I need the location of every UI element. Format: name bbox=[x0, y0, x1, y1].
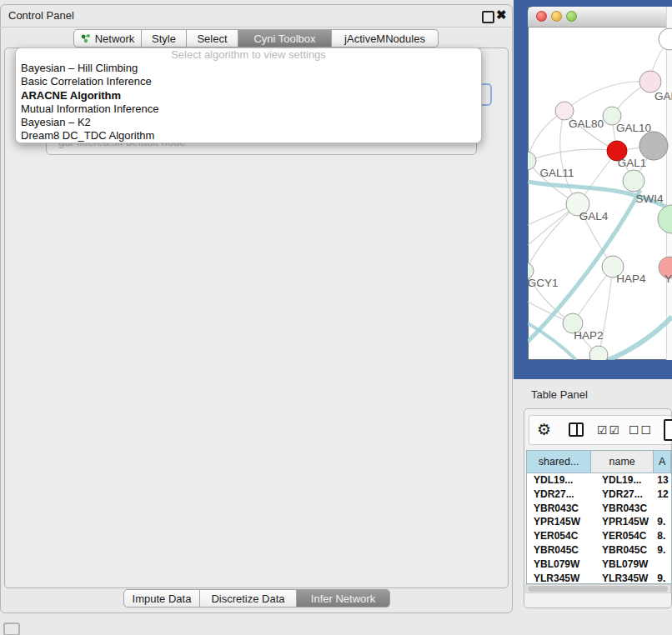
network-node-gal11[interactable] bbox=[528, 152, 536, 170]
table-cell: 9. bbox=[654, 515, 671, 529]
table-row[interactable]: YDL19...YDL19...13 bbox=[527, 473, 671, 488]
table-cell: YER054C bbox=[527, 529, 591, 543]
network-node[interactable] bbox=[639, 132, 668, 160]
table-cell: 9. bbox=[654, 543, 671, 558]
tab-discretize-data[interactable]: Discretize Data bbox=[200, 589, 297, 608]
tab-jactivemnodules[interactable]: jActiveMNodules bbox=[332, 29, 439, 48]
network-node[interactable] bbox=[589, 346, 608, 360]
table-cell: 9. bbox=[654, 572, 671, 584]
collapsed-panel-icon[interactable] bbox=[3, 622, 20, 635]
table-cell: YDL19... bbox=[591, 473, 654, 488]
algorithm-dropdown-list: Select algorithm to view settings Bayesi… bbox=[15, 48, 482, 143]
table-panel-title: Table Panel bbox=[531, 388, 588, 401]
scrollbar-thumb[interactable] bbox=[528, 586, 668, 592]
algorithm-dropdown-prompt: Select algorithm to view settings bbox=[16, 48, 481, 62]
tab-label: Style bbox=[152, 32, 176, 45]
network-node-label: HAP4 bbox=[616, 272, 646, 285]
tab-label: jActiveMNodules bbox=[344, 32, 425, 45]
table-cell: 8. bbox=[654, 529, 671, 543]
algorithm-option[interactable]: Mutual Information Inference bbox=[16, 102, 481, 116]
tab-label: Discretize Data bbox=[211, 592, 284, 605]
column-header[interactable]: A bbox=[654, 451, 671, 472]
tab-style[interactable]: Style bbox=[142, 29, 187, 48]
network-window-titlebar[interactable] bbox=[528, 7, 666, 28]
table-cell: YBR045C bbox=[591, 543, 654, 558]
network-edge bbox=[564, 82, 650, 111]
tab-impute-data[interactable]: Impute Data bbox=[123, 589, 200, 608]
table-row[interactable]: YBL079WYBL079W bbox=[527, 558, 671, 572]
close-icon[interactable]: ✖ bbox=[496, 8, 507, 22]
network-edge bbox=[599, 267, 613, 355]
network-node-label: SWI4 bbox=[635, 192, 663, 205]
deselect-all-checkboxes-icon[interactable]: ☐☐ bbox=[629, 423, 653, 437]
network-node-label: GAL10 bbox=[616, 122, 651, 134]
table-horizontal-scrollbar[interactable] bbox=[525, 584, 671, 593]
algorithm-option[interactable]: Bayesian – Hill Climbing bbox=[16, 62, 481, 75]
network-node-label: GAL bbox=[654, 90, 672, 102]
table-cell: YBR045C bbox=[527, 543, 591, 558]
minimize-traffic-light-icon[interactable] bbox=[551, 11, 562, 22]
float-window-icon[interactable] bbox=[482, 11, 494, 23]
network-node-label: GAL11 bbox=[539, 167, 574, 179]
tab-cyni-toolbox[interactable]: Cyni Toolbox bbox=[238, 29, 332, 48]
gear-icon[interactable]: ⚙ bbox=[537, 420, 551, 438]
network-node-label: GAL4 bbox=[579, 210, 609, 222]
document-icon[interactable] bbox=[664, 419, 672, 441]
table-cell: YPR145W bbox=[527, 515, 591, 529]
screen: Control Panel ✖ NetworkStyleSelectCyni T… bbox=[0, 0, 672, 635]
table-cell: YDR27... bbox=[527, 488, 591, 502]
network-node-label: HAP2 bbox=[574, 329, 603, 342]
algorithm-option[interactable]: Dream8 DC_TDC Algorithm bbox=[16, 129, 481, 142]
network-edge bbox=[528, 149, 617, 161]
zoom-traffic-light-icon[interactable] bbox=[566, 11, 577, 22]
tab-label: Infer Network bbox=[311, 592, 375, 605]
select-all-checkboxes-icon[interactable]: ☑☑ bbox=[597, 423, 621, 437]
tab-network[interactable]: Network bbox=[73, 29, 142, 48]
table-cell: YBR043C bbox=[591, 502, 654, 516]
table-row[interactable]: YER054CYER054C8. bbox=[527, 529, 671, 543]
network-node-label: GAL80 bbox=[569, 118, 604, 130]
table-cell: YLR345W bbox=[527, 572, 591, 584]
column-header[interactable]: shared... bbox=[527, 451, 591, 472]
table-cell bbox=[654, 502, 671, 516]
network-node[interactable] bbox=[659, 28, 672, 50]
algorithm-option[interactable]: Basic Correlation Inference bbox=[16, 75, 481, 88]
control-panel-title: Control Panel bbox=[8, 9, 74, 22]
tab-label: Select bbox=[197, 32, 227, 45]
table-cell: 12 bbox=[654, 488, 671, 502]
table-cell: 13 bbox=[654, 473, 671, 488]
tab-label: Cyni Toolbox bbox=[253, 32, 315, 45]
table-cell: YBR043C bbox=[527, 502, 591, 516]
table-cell: YBL079W bbox=[527, 558, 591, 572]
network-canvas[interactable]: GALGAL80GAL10GAL1GAL11SWI4GAL4GCY1HAP4YH… bbox=[528, 27, 672, 360]
network-node-label: GCY1 bbox=[528, 277, 558, 289]
table-header-row: shared...nameA bbox=[527, 451, 671, 473]
node-table: shared...nameA YDL19...YDL19...13YDR27..… bbox=[526, 450, 672, 584]
table-row[interactable]: YBR043CYBR043C bbox=[527, 502, 671, 516]
column-header[interactable]: name bbox=[591, 451, 654, 472]
tab-select[interactable]: Select bbox=[187, 29, 238, 48]
algorithm-option[interactable]: ARACNE Algorithm bbox=[16, 89, 481, 102]
tab-label: Network bbox=[95, 32, 135, 45]
network-node-label: Y bbox=[664, 272, 672, 285]
column-layout-icon[interactable] bbox=[569, 422, 584, 437]
tab-label: Impute Data bbox=[133, 592, 192, 605]
tab-infer-network[interactable]: Infer Network bbox=[297, 589, 390, 608]
table-cell: YDL19... bbox=[527, 473, 591, 488]
table-row[interactable]: YPR145WYPR145W9. bbox=[527, 515, 671, 529]
table-cell bbox=[654, 558, 671, 572]
table-cell: YLR345W bbox=[591, 572, 654, 584]
network-node[interactable] bbox=[658, 205, 672, 233]
table-row[interactable]: YLR345WYLR345W9. bbox=[527, 572, 671, 584]
table-row[interactable]: YDR27...YDR27...12 bbox=[527, 488, 671, 502]
algorithm-option[interactable]: Bayesian – K2 bbox=[16, 116, 481, 129]
close-traffic-light-icon[interactable] bbox=[536, 11, 547, 22]
network-edge-highlighted bbox=[608, 317, 672, 360]
network-icon bbox=[81, 33, 91, 43]
table-row[interactable]: YBR045CYBR045C9. bbox=[527, 543, 671, 558]
table-cell: YDR27... bbox=[591, 488, 654, 502]
network-node-label: GAL1 bbox=[618, 157, 647, 169]
network-node-swi4[interactable] bbox=[623, 170, 644, 192]
table-cell: YER054C bbox=[591, 529, 654, 543]
table-cell: YBL079W bbox=[591, 558, 654, 572]
